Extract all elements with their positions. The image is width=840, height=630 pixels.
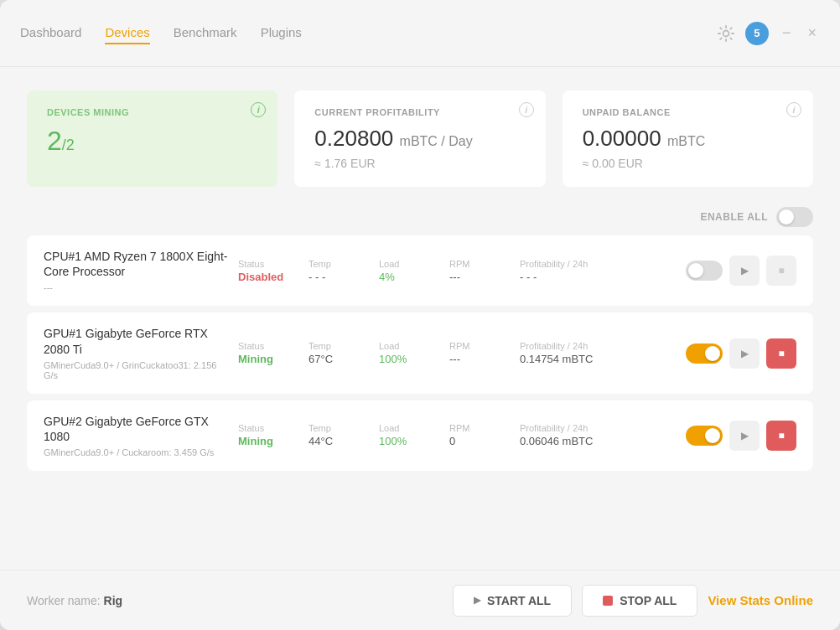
device-stats-cpu1: Status Disabled Temp - - - Load 4% RPM -…	[238, 259, 676, 283]
device-stop-button-cpu1[interactable]: ■	[766, 256, 796, 286]
device-rpm-col-cpu1: RPM ---	[449, 259, 500, 283]
worker-prefix: Worker name:	[27, 594, 104, 607]
devices-mining-card: i DEVICES MINING 2/2	[27, 90, 277, 187]
load-label-gpu2: Load	[379, 423, 429, 433]
profit-value-cpu1: - - -	[520, 271, 588, 283]
load-value-cpu1: 4%	[379, 271, 429, 283]
device-profit-col-gpu2: Profitability / 24h 0.06046 mBTC	[520, 423, 593, 447]
device-toggle-cpu1[interactable]	[686, 261, 723, 281]
stop-all-stop-icon	[603, 596, 613, 606]
devices-mining-active: 2	[47, 126, 62, 156]
devices-mining-info-icon[interactable]: i	[251, 102, 266, 117]
tab-plugins[interactable]: Plugins	[261, 22, 302, 44]
profit-value-gpu1: 0.14754 mBTC	[520, 353, 593, 365]
devices-mining-label: DEVICES MINING	[47, 107, 257, 117]
rpm-value-gpu1: ---	[449, 353, 500, 365]
enable-all-toggle[interactable]	[776, 207, 813, 227]
settings-button[interactable]	[717, 24, 735, 43]
device-info-cpu1: CPU#1 AMD Ryzen 7 1800X Eight-Core Proce…	[44, 249, 228, 292]
temp-value-gpu1: 67°C	[309, 353, 359, 365]
load-label-gpu1: Load	[379, 341, 429, 351]
device-info-gpu2: GPU#2 Gigabyte GeForce GTX 1080 GMinerCu…	[44, 414, 228, 457]
view-stats-link[interactable]: View Stats Online	[708, 593, 813, 607]
device-name-cpu1: CPU#1 AMD Ryzen 7 1800X Eight-Core Proce…	[44, 249, 228, 279]
load-label-cpu1: Load	[379, 259, 429, 269]
rpm-value-cpu1: ---	[449, 271, 500, 283]
app-window: Dashboard Devices Benchmark Plugins 5 − …	[0, 0, 840, 630]
device-play-button-gpu1[interactable]: ▶	[729, 338, 760, 369]
worker-label: Worker name: Rig	[27, 594, 122, 607]
start-all-button[interactable]: ▶ START ALL	[453, 585, 572, 617]
temp-label-cpu1: Temp	[309, 259, 359, 269]
start-all-label: START ALL	[487, 594, 551, 607]
stop-all-label: STOP ALL	[620, 594, 677, 607]
device-name-gpu1: GPU#1 Gigabyte GeForce RTX 2080 Ti	[44, 326, 228, 356]
device-rpm-col-gpu1: RPM ---	[449, 341, 500, 365]
profitability-label: CURRENT PROFITABILITY	[314, 107, 525, 117]
device-controls-gpu1: ▶ ■	[686, 338, 796, 369]
devices-mining-value: 2/2	[47, 126, 257, 157]
close-button[interactable]: ×	[804, 21, 820, 45]
device-temp-col-gpu1: Temp 67°C	[309, 341, 359, 365]
device-toggle-gpu2[interactable]	[686, 426, 723, 446]
tab-dashboard[interactable]: Dashboard	[20, 22, 81, 44]
svg-point-0	[723, 30, 729, 36]
unpaid-balance-value: 0.00000 mBTC	[583, 126, 793, 152]
profitability-number: 0.20800	[314, 126, 393, 151]
device-load-col-gpu2: Load 100%	[379, 423, 429, 447]
unpaid-balance-eur: ≈ 0.00 EUR	[583, 157, 793, 170]
device-algo-gpu1: GMinerCuda9.0+ / GrinCuckatoo31: 2.156 G…	[44, 360, 228, 380]
device-info-gpu1: GPU#1 Gigabyte GeForce RTX 2080 Ti GMine…	[44, 326, 228, 380]
temp-label-gpu1: Temp	[309, 341, 359, 351]
unpaid-balance-label: UNPAID BALANCE	[583, 107, 793, 117]
device-stats-gpu1: Status Mining Temp 67°C Load 100% RPM --…	[238, 341, 676, 365]
unpaid-balance-number: 0.00000	[583, 126, 661, 151]
load-value-gpu2: 100%	[379, 435, 429, 447]
unpaid-balance-unit: mBTC	[667, 134, 705, 148]
device-load-col-cpu1: Load 4%	[379, 259, 429, 283]
device-rpm-col-gpu2: RPM 0	[449, 423, 500, 447]
nav-tabs: Dashboard Devices Benchmark Plugins	[20, 22, 717, 44]
table-row: GPU#2 Gigabyte GeForce GTX 1080 GMinerCu…	[27, 400, 813, 471]
device-controls-gpu2: ▶ ■	[686, 421, 796, 451]
status-value-gpu2: Mining	[238, 435, 288, 447]
titlebar: Dashboard Devices Benchmark Plugins 5 − …	[0, 0, 840, 67]
device-stats-gpu2: Status Mining Temp 44°C Load 100% RPM 0	[238, 423, 676, 447]
device-status-col-gpu2: Status Mining	[238, 423, 288, 447]
device-play-button-gpu2[interactable]: ▶	[729, 421, 760, 451]
stop-all-button[interactable]: STOP ALL	[582, 585, 697, 617]
temp-label-gpu2: Temp	[309, 423, 359, 433]
device-profit-col-cpu1: Profitability / 24h - - -	[520, 259, 588, 283]
device-controls-cpu1: ▶ ■	[686, 256, 796, 286]
tab-benchmark[interactable]: Benchmark	[174, 22, 237, 44]
device-toggle-knob-gpu1	[705, 346, 720, 361]
device-algo-cpu1: ---	[44, 282, 228, 292]
start-all-play-icon: ▶	[474, 595, 480, 606]
devices-mining-total: /2	[62, 137, 75, 153]
device-toggle-knob-cpu1	[688, 263, 703, 278]
device-temp-col-gpu2: Temp 44°C	[309, 423, 359, 447]
device-play-button-cpu1[interactable]: ▶	[729, 256, 760, 286]
profitability-info-icon[interactable]: i	[519, 102, 534, 117]
table-row: CPU#1 AMD Ryzen 7 1800X Eight-Core Proce…	[27, 235, 813, 306]
tab-devices[interactable]: Devices	[105, 22, 149, 44]
table-row: GPU#1 Gigabyte GeForce RTX 2080 Ti GMine…	[27, 312, 813, 393]
profitability-value: 0.20800 mBTC / Day	[314, 126, 525, 152]
enable-all-label: ENABLE ALL	[700, 211, 768, 223]
unpaid-balance-info-icon[interactable]: i	[786, 102, 801, 117]
rpm-label-gpu2: RPM	[449, 423, 500, 433]
temp-value-gpu2: 44°C	[309, 435, 359, 447]
minimize-button[interactable]: −	[779, 21, 795, 45]
profit-value-gpu2: 0.06046 mBTC	[520, 435, 593, 447]
device-toggle-gpu1[interactable]	[686, 343, 723, 364]
footer-actions: ▶ START ALL STOP ALL View Stats Online	[453, 585, 813, 617]
device-status-col-gpu1: Status Mining	[238, 341, 288, 365]
device-stop-button-gpu1[interactable]: ■	[766, 338, 796, 369]
temp-value-cpu1: - - -	[309, 271, 359, 283]
notification-badge[interactable]: 5	[745, 22, 769, 45]
rpm-label-gpu1: RPM	[449, 341, 500, 351]
profitability-unit: mBTC / Day	[400, 134, 473, 148]
status-label-cpu1: Status	[238, 259, 288, 269]
device-temp-col-cpu1: Temp - - -	[309, 259, 359, 283]
device-stop-button-gpu2[interactable]: ■	[766, 421, 796, 451]
